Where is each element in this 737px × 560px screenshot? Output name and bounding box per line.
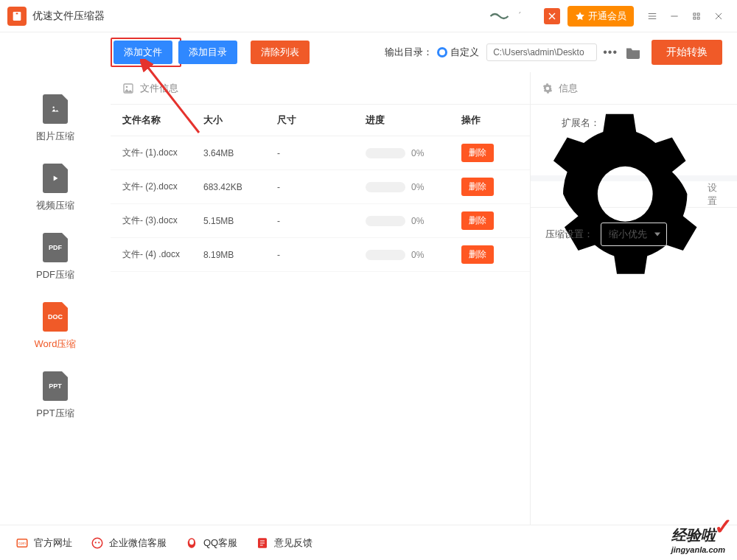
col-prog-header: 进度 — [366, 113, 461, 127]
table-row[interactable]: 文件- (2).docx683.42KB-0%删除 — [111, 170, 530, 204]
file-dim: - — [277, 250, 366, 260]
file-panel-header: 文件信息 — [111, 72, 530, 105]
sidebar-item-image[interactable]: 图片压缩 — [0, 87, 111, 156]
file-progress: 0% — [366, 148, 461, 158]
watermark: ✓ 经验啦 jingyanla.com — [671, 525, 725, 554]
settings-header: 设置 — [531, 175, 737, 208]
svg-rect-4 — [694, 17, 696, 19]
file-dim: - — [277, 216, 366, 226]
file-progress: 0% — [366, 216, 461, 226]
image-icon — [122, 83, 134, 94]
sidebar-item-word[interactable]: DOC Word压缩 — [0, 295, 111, 364]
svg-rect-3 — [697, 13, 699, 15]
menu-icon[interactable] — [641, 5, 663, 27]
decorative-icon — [489, 9, 511, 24]
ppt-file-icon: PPT — [43, 371, 68, 401]
vip-button[interactable]: 开通会员 — [567, 6, 634, 27]
add-file-button[interactable]: 添加文件 — [113, 41, 172, 64]
table-header: 文件名称 大小 尺寸 进度 操作 — [111, 105, 530, 136]
minimize-icon[interactable] — [663, 5, 685, 27]
annotation-highlight: 添加文件 — [111, 38, 181, 67]
col-name-header: 文件名称 — [122, 113, 203, 127]
file-name: 文件- (4) .docx — [122, 248, 203, 261]
sidebar-item-label: 视频压缩 — [36, 199, 74, 212]
browse-dots-icon[interactable]: ••• — [603, 46, 618, 59]
output-label: 输出目录： — [385, 46, 433, 59]
toolbar: 添加文件 添加目录 清除列表 输出目录： 自定义 C:\Users\admin\… — [0, 32, 737, 72]
close-icon[interactable] — [708, 5, 730, 27]
decorative-text: ˊ — [517, 11, 522, 21]
sidebar-item-label: 图片压缩 — [36, 130, 74, 143]
file-name: 文件- (2).docx — [122, 181, 203, 193]
footer-feedback[interactable]: 意见反馈 — [255, 536, 312, 550]
footer-wechat[interactable]: 企业微信客服 — [90, 536, 167, 550]
sidebar-item-label: PPT压缩 — [36, 407, 74, 420]
settings-title: 设置 — [708, 181, 725, 208]
table-row[interactable]: 文件- (3).docx5.15MB-0%删除 — [111, 204, 530, 238]
gear-icon — [542, 83, 553, 94]
output-custom-radio[interactable] — [437, 47, 447, 57]
svg-point-8 — [126, 85, 128, 88]
svg-point-12 — [95, 542, 97, 543]
svg-rect-2 — [694, 13, 696, 15]
image-file-icon — [43, 94, 68, 124]
file-panel-title: 文件信息 — [140, 82, 178, 95]
file-size: 5.15MB — [203, 216, 277, 226]
delete-button[interactable]: 删除 — [461, 245, 494, 264]
word-file-icon: DOC — [43, 302, 68, 332]
add-directory-button[interactable]: 添加目录 — [178, 41, 237, 64]
main-area: 文件信息 文件名称 大小 尺寸 进度 操作 文件- (1).docx3.64MB… — [111, 72, 737, 525]
clear-list-button[interactable]: 清除列表 — [251, 41, 310, 64]
file-dim: - — [277, 148, 366, 158]
svg-point-15 — [189, 539, 194, 545]
svg-text:com: com — [18, 541, 27, 545]
svg-point-13 — [98, 542, 99, 543]
main-body: 图片压缩 视频压缩 PDF PDF压缩 DOC Word压缩 PPT PPT压缩… — [0, 72, 737, 525]
file-size: 3.64MB — [203, 148, 277, 158]
delete-button[interactable]: 删除 — [461, 178, 494, 196]
footer: com 官方网址 企业微信客服 QQ客服 意见反馈 — [0, 525, 737, 560]
website-icon: com — [15, 536, 29, 550]
file-progress: 0% — [366, 182, 461, 192]
file-progress: 0% — [366, 250, 461, 260]
sidebar: 图片压缩 视频压缩 PDF PDF压缩 DOC Word压缩 PPT PPT压缩 — [0, 72, 111, 525]
right-panel: 信息 扩展名： docx 大小： 3.64MB 设置 压缩设置： 缩小优先 — [531, 72, 737, 525]
svg-rect-5 — [697, 17, 699, 19]
feedback-icon — [255, 536, 270, 550]
delete-button[interactable]: 删除 — [461, 144, 494, 162]
col-dim-header: 尺寸 — [277, 113, 366, 127]
svg-point-11 — [92, 538, 102, 548]
video-file-icon — [43, 164, 68, 193]
pdf-file-icon: PDF — [43, 233, 68, 262]
app-title: 优速文件压缩器 — [32, 10, 105, 23]
table-row[interactable]: 文件- (1).docx3.64MB-0%删除 — [111, 136, 530, 170]
compress-label: 压缩设置： — [545, 228, 593, 241]
file-name: 文件- (1).docx — [122, 147, 203, 159]
file-list-panel: 文件信息 文件名称 大小 尺寸 进度 操作 文件- (1).docx3.64MB… — [111, 72, 531, 525]
qq-icon — [184, 536, 199, 550]
col-op-header: 操作 — [461, 113, 506, 127]
footer-qq[interactable]: QQ客服 — [184, 536, 237, 550]
maximize-icon[interactable] — [685, 5, 708, 27]
table-row[interactable]: 文件- (4) .docx8.19MB-0%删除 — [111, 238, 530, 272]
wechat-icon — [90, 536, 105, 550]
col-size-header: 大小 — [203, 113, 277, 127]
brand-small-icon[interactable] — [544, 8, 560, 24]
delete-button[interactable]: 删除 — [461, 211, 494, 230]
sidebar-item-pdf[interactable]: PDF PDF压缩 — [0, 225, 111, 295]
open-folder-icon[interactable] — [625, 46, 641, 59]
svg-point-6 — [53, 107, 55, 108]
title-bar: 优速文件压缩器 ˊ 开通会员 — [0, 0, 737, 32]
sidebar-item-video[interactable]: 视频压缩 — [0, 156, 111, 225]
compress-select[interactable]: 缩小优先 — [601, 223, 667, 246]
file-size: 683.42KB — [203, 182, 277, 192]
footer-website[interactable]: com 官方网址 — [15, 536, 72, 550]
output-path-field[interactable]: C:\Users\admin\Deskto — [486, 43, 597, 61]
gear-icon — [542, 111, 708, 276]
start-convert-button[interactable]: 开始转换 — [652, 40, 722, 65]
sidebar-item-ppt[interactable]: PPT PPT压缩 — [0, 364, 111, 433]
file-name: 文件- (3).docx — [122, 214, 203, 227]
info-header: 信息 — [531, 72, 737, 105]
info-title: 信息 — [559, 82, 578, 95]
svg-rect-1 — [16, 13, 18, 14]
